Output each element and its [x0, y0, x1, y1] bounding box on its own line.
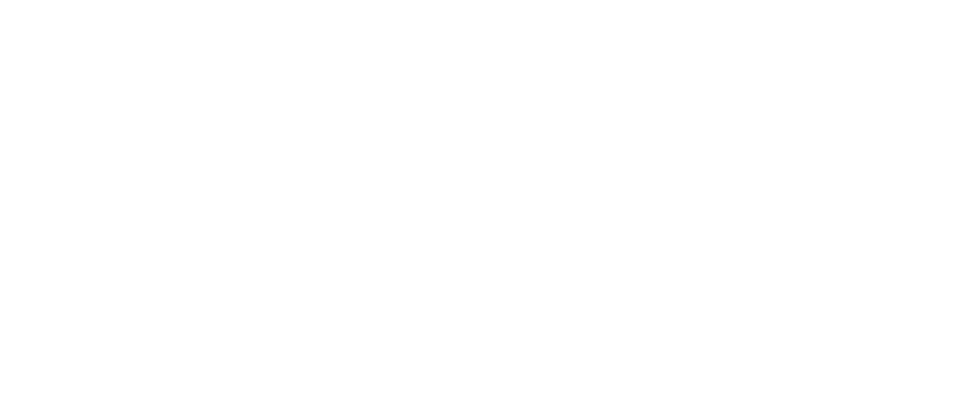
- stage: [0, 0, 980, 408]
